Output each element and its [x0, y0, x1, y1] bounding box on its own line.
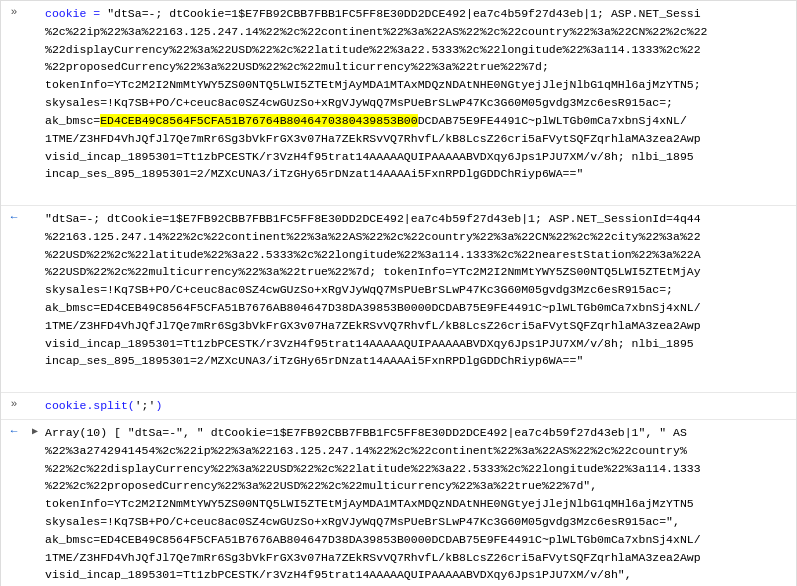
section-3-content: cookie.split(';') [43, 395, 796, 417]
section-4: ← ▶ Array(10) [ "dtSa=-", " dtCookie=1$E… [1, 420, 796, 586]
highlight-ak-bmsc: ED4CEB49C8564F5CFA51B76764B8046470380439… [100, 114, 417, 127]
section-2-content: "dtSa=-; dtCookie=1$E7FB92CBB7FBB1FC5FF8… [43, 208, 796, 390]
section-1: » cookie = "dtSa=-; dtCookie=1$E7FB92CBB… [1, 1, 796, 205]
console-container: » cookie = "dtSa=-; dtCookie=1$E7FB92CBB… [0, 0, 797, 586]
section-1-content: cookie = "dtSa=-; dtCookie=1$E7FB92CBB7F… [43, 3, 796, 203]
arrow-right-icon-4[interactable]: ▶ [27, 422, 43, 586]
left-arrow-icon-2: ← [11, 211, 18, 223]
arrow-spacer-3 [27, 395, 43, 417]
gutter-4: ← [1, 422, 27, 586]
double-arrow-icon-1: » [11, 6, 18, 18]
gutter-1: » [1, 3, 27, 203]
arrow-spacer-1 [27, 3, 43, 203]
left-arrow-icon-4: ← [11, 425, 18, 437]
section-4-content: Array(10) [ "dtSa=-", " dtCookie=1$E7FB9… [43, 422, 796, 586]
section-3: » cookie.split(';') [1, 393, 796, 419]
section-2: ← "dtSa=-; dtCookie=1$E7FB92CBB7FBB1FC5F… [1, 206, 796, 392]
gutter-3: » [1, 395, 27, 417]
arrow-spacer-2 [27, 208, 43, 390]
gutter-2: ← [1, 208, 27, 390]
double-arrow-icon-3: » [11, 398, 18, 410]
